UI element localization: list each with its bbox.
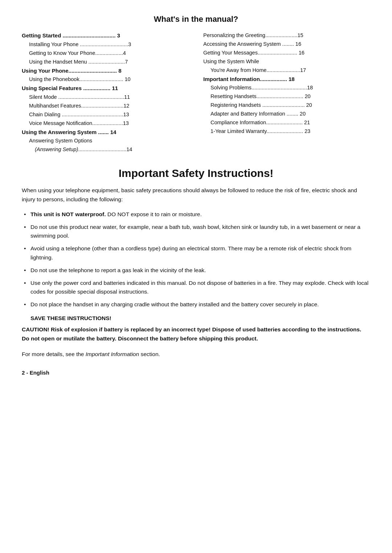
footer-note-prefix: For more details, see the (22, 351, 86, 357)
list-item: This unit is NOT waterproof. DO NOT expo… (22, 210, 370, 219)
toc-entry: Using the Handset Menu .................… (22, 58, 189, 66)
safety-intro: When using your telephone equipment, bas… (22, 186, 370, 204)
toc-entry: You're Away from Home...................… (203, 66, 370, 75)
toc-entry: Important Information.................. … (203, 75, 370, 84)
page-footer: 2 - English (22, 366, 370, 376)
bullet-text: Do not place the handset in any charging… (30, 301, 319, 307)
list-item: Do not place the handset in any charging… (22, 300, 370, 309)
toc-entry: Solving Problems........................… (203, 84, 370, 92)
toc-entry: Voice Message Notification..............… (22, 119, 189, 128)
bullet-text: Do not use this product near water, for … (30, 224, 360, 239)
toc-entry: Personalizing the Greeting..............… (203, 31, 370, 40)
toc-entry: Multihandset Features...................… (22, 102, 189, 110)
toc-entry: Getting to Know Your Phone..............… (22, 49, 189, 58)
page-number-label: 2 - English (22, 370, 49, 376)
toc-entry: Getting Your Messages...................… (203, 49, 370, 57)
toc-entry: Using the System While (203, 57, 370, 66)
toc-section: Getting Started ........................… (22, 31, 370, 154)
toc-entry: Getting Started ........................… (22, 31, 189, 40)
page-wrapper: What's in the manual? Getting Started ..… (22, 15, 370, 376)
caution-block: CAUTION! Risk of explosion if battery is… (22, 325, 370, 343)
bullet-text: Use only the power cord and batteries in… (30, 280, 368, 295)
toc-entry: Silent Mode ............................… (22, 93, 189, 102)
bullet-text: Avoid using a telephone (other than a co… (30, 245, 351, 261)
toc-entry: Using the Phonebook.....................… (22, 75, 189, 84)
bullet-bold: This unit is NOT waterproof. (30, 211, 106, 217)
bullet-text: DO NOT expose it to rain or moisture. (107, 211, 202, 217)
toc-entry: Using Your Phone........................… (22, 66, 189, 76)
toc-entry: Answering System Options (22, 137, 189, 145)
save-instructions: SAVE THESE INSTRUCTIONS! (22, 315, 370, 322)
safety-list: This unit is NOT waterproof. DO NOT expo… (22, 210, 370, 309)
toc-left-column: Getting Started ........................… (22, 31, 189, 154)
toc-right-column: Personalizing the Greeting..............… (203, 31, 370, 154)
toc-entry: Chain Dialing ..........................… (22, 110, 189, 119)
footer-note-suffix: section. (139, 351, 160, 357)
toc-entry: 1-Year Limited Warranty.................… (203, 127, 370, 136)
toc-entry: Installing Your Phone ..................… (22, 40, 189, 49)
list-item: Avoid using a telephone (other than a co… (22, 244, 370, 262)
footer-note-italic: Important Information (86, 351, 139, 357)
toc-entry: Adapter and Battery Information ........… (203, 110, 370, 118)
toc-entry: Resetting Handsets......................… (203, 92, 370, 101)
safety-title: Important Safety Instructions! (22, 167, 370, 179)
toc-entry: Using the Answering System ....... 14 (22, 128, 189, 137)
list-item: Do not use this product near water, for … (22, 223, 370, 241)
toc-title: What's in the manual? (22, 15, 370, 24)
list-item: Do not use the telephone to report a gas… (22, 266, 370, 275)
toc-entry: Using Special Features .................… (22, 84, 189, 93)
list-item: Use only the power cord and batteries in… (22, 279, 370, 297)
toc-entry: (Answering Setup).......................… (22, 145, 189, 154)
footer-note: For more details, see the Important Info… (22, 350, 370, 359)
toc-entry: Compliance Information..................… (203, 118, 370, 127)
toc-entry: Registering Handsets ...................… (203, 101, 370, 110)
bullet-text: Do not use the telephone to report a gas… (30, 267, 206, 273)
toc-entry: Accessing the Answering System ........ … (203, 40, 370, 49)
